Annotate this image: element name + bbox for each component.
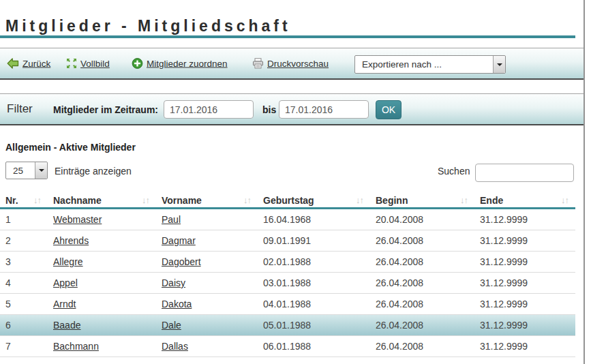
dropdown-arrow-icon[interactable]: [493, 56, 505, 73]
cell-geburtstag: 03.01.1988: [258, 277, 370, 288]
cell-nachname: Allegre: [48, 256, 156, 267]
entries-label: Einträge anzeigen: [55, 166, 132, 177]
table-row[interactable]: 7BachmannDallas06.01.198826.04.200831.12…: [0, 336, 575, 357]
column-header-ende[interactable]: Ende ↓↑: [474, 193, 575, 207]
nachname-link[interactable]: Ahrends: [53, 235, 89, 246]
section-title: Allgemein - Aktive Mitglieder: [5, 142, 136, 153]
vorname-link[interactable]: Dagmar: [162, 235, 196, 246]
cell-beginn: 26.04.2008: [370, 235, 474, 246]
cell-vorname: Paul: [156, 214, 258, 225]
column-header-nr[interactable]: Nr. ↓↑: [0, 193, 48, 207]
column-header-beginn[interactable]: Beginn ↓↑: [370, 193, 474, 207]
date-to-input[interactable]: [279, 100, 369, 119]
page-right-border: [584, 0, 585, 364]
page: Mitglieder - Mitgliedschaft Zurück Vollb…: [0, 0, 591, 364]
column-label: Nachname: [53, 195, 102, 206]
print-preview-button[interactable]: Druckvorschau: [252, 58, 329, 69]
page-title: Mitglieder - Mitgliedschaft: [5, 17, 291, 35]
vorname-link[interactable]: Dallas: [162, 341, 188, 352]
cell-geburtstag: 06.01.1988: [258, 341, 370, 352]
nachname-link[interactable]: Appel: [53, 277, 78, 288]
cell-beginn: 26.04.2008: [370, 256, 474, 267]
title-underline: [0, 35, 575, 38]
nachname-link[interactable]: Baade: [53, 320, 80, 331]
date-from-input[interactable]: [164, 100, 254, 119]
vorname-link[interactable]: Dagobert: [162, 256, 201, 267]
period-label: Mitglieder im Zeitraum:: [53, 104, 158, 115]
cell-nr: 2: [0, 235, 48, 246]
dropdown-arrow-icon[interactable]: [35, 162, 47, 179]
cell-nr: 5: [0, 299, 48, 309]
column-header-vorname[interactable]: Vorname ↓↑: [156, 193, 258, 207]
vorname-link[interactable]: Dakota: [162, 299, 192, 309]
cell-ende: 31.12.9999: [474, 299, 575, 309]
cell-vorname: Daisy: [156, 277, 258, 288]
sort-icon[interactable]: ↓↑: [33, 196, 41, 204]
cell-vorname: Dakota: [156, 299, 258, 309]
cell-vorname: Dale: [156, 320, 258, 331]
back-arrow-icon: [7, 58, 19, 70]
cell-beginn: 26.04.2008: [370, 277, 474, 288]
plus-circle-icon: [132, 58, 143, 70]
cell-nachname: Bachmann: [48, 341, 156, 352]
cell-beginn: 26.04.2008: [370, 341, 474, 352]
column-label: Nr.: [5, 195, 18, 206]
cell-nr: 3: [0, 256, 48, 267]
cell-ende: 31.12.9999: [474, 341, 575, 352]
column-header-geburtstag[interactable]: Geburtstag ↓↑: [258, 193, 370, 207]
assign-members-button[interactable]: Mitglieder zuordnen: [132, 58, 228, 70]
filter-title: Filter: [7, 102, 33, 116]
vorname-link[interactable]: Dale: [162, 320, 181, 331]
sort-icon[interactable]: ↓↑: [356, 196, 363, 204]
nachname-link[interactable]: Allegre: [53, 256, 83, 267]
ok-button[interactable]: OK: [376, 100, 401, 119]
nachname-link[interactable]: Webmaster: [53, 214, 102, 225]
sort-icon[interactable]: ↓↑: [561, 196, 569, 204]
sort-icon[interactable]: ↓↑: [243, 196, 251, 204]
cell-nachname: Baade: [48, 320, 156, 331]
vorname-link[interactable]: Paul: [162, 214, 181, 225]
column-label: Vorname: [162, 195, 202, 206]
page-size-select[interactable]: 25: [5, 162, 48, 179]
cell-nachname: Appel: [48, 277, 156, 288]
cell-ende: 31.12.9999: [474, 214, 575, 225]
table-row[interactable]: 4AppelDaisy03.01.198826.04.200831.12.999…: [0, 273, 575, 294]
assign-members-label: Mitglieder zuordnen: [147, 59, 228, 69]
cell-vorname: Dagmar: [156, 235, 258, 246]
nachname-link[interactable]: Bachmann: [53, 341, 99, 352]
sort-icon[interactable]: ↓↑: [142, 196, 149, 204]
page-size-value: 25: [6, 162, 35, 179]
table-row[interactable]: 3AllegreDagobert02.01.198826.04.200831.1…: [0, 252, 575, 273]
cell-beginn: 20.04.2008: [370, 214, 474, 225]
table-row[interactable]: 6BaadeDale05.01.198826.04.200831.12.9999: [0, 315, 575, 336]
cell-beginn: 26.04.2008: [370, 299, 474, 309]
export-select[interactable]: Exportieren nach ...: [354, 55, 506, 74]
back-button[interactable]: Zurück: [7, 58, 50, 70]
sort-icon[interactable]: ↓↑: [460, 196, 468, 204]
column-header-nachname[interactable]: Nachname ↓↑: [48, 193, 156, 207]
export-select-value: Exportieren nach ...: [355, 56, 493, 73]
cell-nr: 1: [0, 214, 48, 225]
cell-beginn: 26.04.2008: [370, 320, 474, 331]
table-row[interactable]: 5ArndtDakota04.01.198826.04.200831.12.99…: [0, 294, 575, 315]
cell-geburtstag: 09.01.1991: [258, 235, 370, 246]
table-body: 1WebmasterPaul16.04.196820.04.200831.12.…: [0, 209, 575, 357]
cell-ende: 31.12.9999: [474, 320, 575, 331]
print-preview-label: Druckvorschau: [267, 59, 329, 69]
cell-vorname: Dallas: [156, 341, 258, 352]
nachname-link[interactable]: Arndt: [53, 299, 76, 309]
printer-icon: [252, 58, 264, 69]
fullscreen-label: Vollbild: [80, 59, 110, 69]
cell-ende: 31.12.9999: [474, 277, 575, 288]
fullscreen-icon: [66, 58, 77, 69]
cell-nachname: Webmaster: [48, 214, 156, 225]
search-input[interactable]: [475, 164, 574, 182]
fullscreen-button[interactable]: Vollbild: [66, 58, 110, 69]
cell-nachname: Arndt: [48, 299, 156, 309]
column-label: Beginn: [376, 195, 408, 206]
table-row[interactable]: 1WebmasterPaul16.04.196820.04.200831.12.…: [0, 209, 575, 230]
column-label: Ende: [480, 195, 503, 206]
vorname-link[interactable]: Daisy: [162, 277, 185, 288]
column-label: Geburtstag: [263, 195, 314, 206]
table-row[interactable]: 2AhrendsDagmar09.01.199126.04.200831.12.…: [0, 230, 575, 252]
